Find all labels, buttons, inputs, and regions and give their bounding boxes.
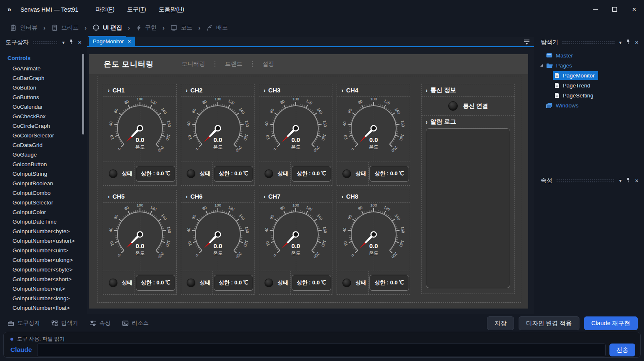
toolbox-item-GoInputNumberuint[interactable]: GoInputNumber<uint> [0, 246, 85, 256]
tree-item-pagetrend[interactable]: PageTrend [535, 80, 642, 90]
upper-limit-box[interactable]: 상한 : 0.0 ℃ [214, 275, 253, 291]
menu-item-2[interactable]: 도움말(H) [152, 3, 190, 16]
tree-expander-icon[interactable] [540, 64, 543, 67]
temperature-gauge[interactable]: 0204060801001201401601802000.0온도 [259, 203, 332, 266]
temperature-gauge[interactable]: 0204060801001201401601802000.0온도 [259, 97, 332, 160]
toolbox-item-GoIconButton[interactable]: GoIconButton [0, 160, 85, 169]
upper-limit-box[interactable]: 상한 : 0.0 ℃ [136, 166, 175, 182]
temperature-gauge[interactable]: 0204060801001201401601802000.0온도 [103, 203, 176, 266]
status-widget[interactable]: 상태 [103, 271, 135, 294]
comm-status-widget[interactable]: 통신 연결 [422, 97, 514, 116]
tree-item-pill[interactable]: PageSetting [553, 91, 597, 100]
upper-limit-box[interactable]: 상한 : 0.0 ℃ [292, 166, 331, 182]
info-column[interactable]: › 통신 정보 통신 연결 › 알람 로그 [421, 84, 515, 294]
tree-item-pill[interactable]: PageTrend [553, 81, 594, 90]
status-widget[interactable]: 상태 [337, 271, 369, 294]
toolbox-item-GoButton[interactable]: GoButton [0, 83, 85, 93]
tree-item-pill[interactable]: Master [544, 51, 576, 60]
status-widget[interactable]: 상태 [259, 271, 291, 294]
send-button[interactable]: 전송 [609, 344, 635, 356]
menu-item-1[interactable]: 도구(T) [121, 3, 152, 16]
channel-card-ch2[interactable]: › CH2 0204060801001201401601802000.0온도 상… [181, 84, 255, 186]
claude-prompt-input[interactable] [37, 344, 606, 356]
toolbox-item-GoInputNumberint[interactable]: GoInputNumber<int> [0, 284, 85, 294]
close-icon[interactable]: × [635, 177, 639, 184]
tab-list-menu-icon[interactable] [524, 39, 530, 46]
page-tab-2[interactable]: 설정 [253, 60, 284, 68]
comm-led-indicator[interactable] [448, 101, 458, 111]
toolbox-item-GoBarGraph[interactable]: GoBarGraph [0, 74, 85, 83]
toolbox-item-GoInputNumberfloat[interactable]: GoInputNumber<float> [0, 304, 85, 313]
upper-limit-box[interactable]: 상한 : 0.0 ℃ [136, 275, 175, 291]
temperature-gauge[interactable]: 0204060801001201401601802000.0온도 [181, 203, 254, 266]
tree-item-pill[interactable]: Pages [544, 61, 575, 70]
toolbox-item-GoGauge[interactable]: GoGauge [0, 150, 85, 160]
toolbox-item-GoInputSelector[interactable]: GoInputSelector [0, 198, 85, 208]
toolbox-item-GoInputString[interactable]: GoInputString [0, 169, 85, 179]
minimize-button[interactable] [585, 0, 605, 19]
panel-tab-0[interactable]: 도구상자 [7, 319, 40, 327]
channel-card-ch8[interactable]: › CH8 0204060801001201401601802000.0온도 상… [337, 190, 410, 295]
page-tab-0[interactable]: 모니터링 [172, 60, 215, 68]
page-tab-1[interactable]: 트렌드 [215, 60, 252, 68]
close-icon[interactable]: × [635, 39, 639, 45]
tab-close-icon[interactable]: × [128, 39, 131, 44]
status-led-indicator[interactable] [109, 169, 117, 178]
status-widget[interactable]: 상태 [259, 162, 291, 185]
claude-rebuild-button[interactable]: Claude 재구현 [584, 316, 638, 330]
pin-icon[interactable] [69, 39, 73, 45]
status-led-indicator[interactable] [109, 279, 117, 287]
tab-pagemonitor[interactable]: PageMonitor × [89, 37, 135, 46]
close-button[interactable]: × [624, 0, 644, 19]
temperature-gauge[interactable]: 0204060801001201401601802000.0온도 [181, 97, 254, 160]
tree-item-master[interactable]: Master [535, 50, 642, 60]
page-header[interactable]: 온도 모니터링 모니터링트렌드설정 [89, 54, 528, 74]
tree-item-pill[interactable]: PageMonitor [553, 71, 598, 80]
status-widget[interactable]: 상태 [181, 271, 213, 294]
breadcrumb-step-5[interactable]: 배포 [205, 22, 229, 33]
alarm-log-box[interactable] [426, 128, 510, 288]
toolbox-item-GoCheckBox[interactable]: GoCheckBox [0, 112, 85, 122]
toolbox-group-controls[interactable]: Controls [0, 53, 85, 64]
design-canvas[interactable]: 온도 모니터링 모니터링트렌드설정 › CH1 0204060801001201… [89, 54, 528, 309]
pin-icon[interactable] [626, 177, 630, 184]
tree-item-pagemonitor[interactable]: PageMonitor [535, 70, 642, 80]
breadcrumb-step-3[interactable]: 구현 [135, 22, 157, 33]
toolbox-item-GoCalendar[interactable]: GoCalendar [0, 102, 85, 112]
panel-tab-1[interactable]: 탐색기 [51, 319, 78, 327]
toolbox-item-GoInputBoolean[interactable]: GoInputBoolean [0, 179, 85, 189]
upper-limit-box[interactable]: 상한 : 0.0 ℃ [214, 166, 253, 182]
channel-card-ch3[interactable]: › CH3 0204060801001201401601802000.0온도 상… [259, 84, 332, 186]
sidebar-collapse-icon[interactable]: » [7, 6, 11, 13]
toolbox-item-GoInputColor[interactable]: GoInputColor [0, 208, 85, 217]
toolbox-item-GoCircleGraph[interactable]: GoCircleGraph [0, 122, 85, 131]
save-button[interactable]: 저장 [487, 316, 514, 330]
pin-icon[interactable] [626, 39, 630, 45]
menu-item-0[interactable]: 파일(F) [89, 3, 121, 16]
status-widget[interactable]: 상태 [103, 162, 135, 185]
chevron-down-icon[interactable]: ▾ [619, 178, 622, 183]
toolbox-item-GoInputNumbershort[interactable]: GoInputNumber<short> [0, 275, 85, 284]
breadcrumb-step-4[interactable]: 코드 [170, 22, 193, 33]
temperature-gauge[interactable]: 0204060801001201401601802000.0온도 [337, 203, 410, 266]
status-led-indicator[interactable] [342, 169, 351, 178]
chevron-down-icon[interactable]: ▾ [62, 40, 65, 45]
toolbox-item-GoInputNumberbyte[interactable]: GoInputNumber<byte> [0, 227, 85, 237]
breadcrumb-step-1[interactable]: 브리프 [50, 22, 80, 33]
toolbox-scrollbar[interactable] [82, 54, 84, 134]
toolbox-item-GoDataGrid[interactable]: GoDataGrid [0, 141, 85, 150]
channel-card-ch7[interactable]: › CH7 0204060801001201401601802000.0온도 상… [259, 190, 332, 295]
channel-card-ch5[interactable]: › CH5 0204060801001201401601802000.0온도 상… [103, 190, 177, 295]
panel-tab-3[interactable]: 리소스 [122, 319, 149, 327]
chevron-down-icon[interactable]: ▾ [619, 40, 622, 45]
upper-limit-box[interactable]: 상한 : 0.0 ℃ [369, 275, 409, 291]
upper-limit-box[interactable]: 상한 : 0.0 ℃ [369, 166, 409, 182]
apply-design-button[interactable]: 디자인 변경 적용 [519, 316, 579, 330]
tree-item-windows[interactable]: Windows [535, 100, 642, 110]
maximize-button[interactable] [605, 0, 624, 19]
temperature-gauge[interactable]: 0204060801001201401601802000.0온도 [337, 97, 410, 160]
status-widget[interactable]: 상태 [181, 162, 213, 185]
toolbox-item-GoInputDateTime[interactable]: GoInputDateTime [0, 217, 85, 227]
toolbox-item-GoInputNumberushort[interactable]: GoInputNumber<ushort> [0, 237, 85, 246]
breadcrumb-step-0[interactable]: 인터뷰 [9, 22, 38, 33]
